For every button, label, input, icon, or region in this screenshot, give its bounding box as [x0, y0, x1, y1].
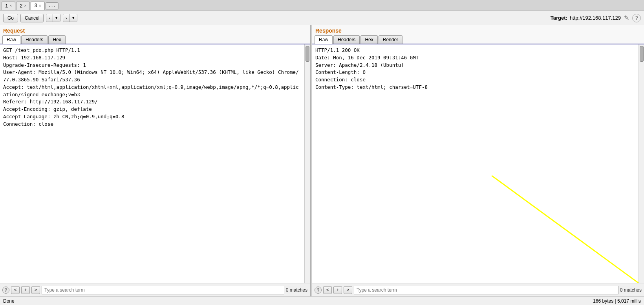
request-tab-raw[interactable]: Raw	[2, 35, 20, 44]
response-text: HTTP/1.1 200 OK Date: Mon, 16 Dec 2019 0…	[315, 47, 635, 91]
request-search-bar: ? < + > 0 matches	[0, 283, 310, 296]
tab-3-label: 3	[34, 3, 37, 9]
tab-1-label: 1	[5, 4, 8, 9]
toolbar: Go Cancel ‹ ▾ › ▾ Target: http://192.168…	[0, 11, 644, 25]
tab-1[interactable]: 1 ×	[2, 2, 15, 10]
tab-2[interactable]: 2 ×	[16, 2, 30, 10]
response-search-prev[interactable]: <	[323, 286, 332, 294]
response-search-next[interactable]: >	[344, 286, 352, 294]
request-text: GET /test_pdo.php HTTP/1.1 Host: 192.168…	[3, 47, 301, 128]
forward-nav-group: › ▾	[63, 14, 77, 22]
response-title: Response	[312, 25, 644, 35]
svg-line-0	[492, 176, 639, 283]
back-dropdown-button[interactable]: ▾	[53, 14, 60, 22]
edit-target-button[interactable]: ✎	[623, 13, 630, 22]
status-left: Done	[3, 298, 15, 304]
request-title: Request	[0, 25, 310, 35]
request-search-plus[interactable]: +	[21, 286, 30, 294]
response-search-help[interactable]: ?	[315, 287, 322, 294]
cancel-button[interactable]: Cancel	[20, 14, 44, 22]
response-tab-raw[interactable]: Raw	[315, 35, 333, 44]
response-search-bar: ? < + > 0 matches	[312, 283, 644, 296]
request-tabs: Raw Headers Hex	[0, 35, 310, 44]
response-content: HTTP/1.1 200 OK Date: Mon, 16 Dec 2019 0…	[312, 44, 639, 283]
response-tab-headers[interactable]: Headers	[333, 35, 360, 44]
back-nav-group: ‹ ▾	[46, 14, 60, 22]
response-search-matches: 0 matches	[620, 287, 642, 293]
status-bar: Done 166 bytes | 5,017 millis	[0, 296, 644, 305]
forward-button[interactable]: ›	[63, 14, 70, 22]
request-content: GET /test_pdo.php HTTP/1.1 Host: 192.168…	[0, 44, 304, 283]
tab-3[interactable]: 3 ×	[31, 2, 44, 10]
request-scrollbar-thumb[interactable]	[306, 46, 309, 62]
back-button[interactable]: ‹	[46, 14, 53, 22]
request-search-matches: 0 matches	[286, 287, 307, 293]
request-tab-headers[interactable]: Headers	[21, 35, 48, 44]
request-panel: Request Raw Headers Hex GET /test_pdo.ph…	[0, 25, 310, 296]
response-tab-hex[interactable]: Hex	[360, 35, 377, 44]
tab-2-close[interactable]: ×	[24, 4, 26, 8]
response-tab-render[interactable]: Render	[379, 35, 402, 44]
request-search-input[interactable]	[42, 286, 284, 294]
tab-more[interactable]: ...	[46, 2, 59, 9]
tab-bar: 1 × 2 × 3 × ...	[0, 0, 644, 11]
response-panel: Response Raw Headers Hex Render HTTP/1.1…	[312, 25, 644, 296]
response-content-area: HTTP/1.1 200 OK Date: Mon, 16 Dec 2019 0…	[312, 44, 644, 283]
request-scrollbar[interactable]	[304, 44, 310, 283]
help-button[interactable]: ?	[632, 14, 641, 22]
target-url: http://192.168.117.129	[570, 15, 621, 21]
request-search-next[interactable]: >	[31, 286, 40, 294]
status-right: 166 bytes | 5,017 millis	[593, 298, 641, 304]
tab-3-close[interactable]: ×	[39, 4, 41, 8]
target-info: Target: http://192.168.117.129 ✎ ?	[551, 13, 641, 22]
request-search-help[interactable]: ?	[2, 287, 9, 294]
tab-2-label: 2	[20, 4, 22, 9]
response-tabs: Raw Headers Hex Render	[312, 35, 644, 44]
request-tab-hex[interactable]: Hex	[48, 35, 65, 44]
tab-1-close[interactable]: ×	[9, 4, 12, 8]
response-scrollbar[interactable]	[639, 44, 644, 283]
target-prefix: Target:	[551, 15, 567, 21]
forward-dropdown-button[interactable]: ▾	[70, 14, 77, 22]
main-content: Request Raw Headers Hex GET /test_pdo.ph…	[0, 25, 644, 296]
request-search-prev[interactable]: <	[11, 286, 20, 294]
response-search-input[interactable]	[354, 286, 618, 294]
request-content-area: GET /test_pdo.php HTTP/1.1 Host: 192.168…	[0, 44, 310, 283]
response-search-plus[interactable]: +	[333, 286, 342, 294]
go-button[interactable]: Go	[3, 14, 18, 22]
response-scrollbar-thumb[interactable]	[640, 46, 644, 62]
